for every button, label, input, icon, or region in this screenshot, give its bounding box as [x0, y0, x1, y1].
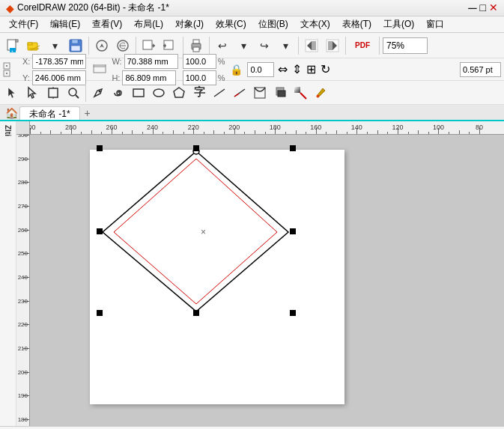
drawing-area[interactable]: × [30, 135, 504, 426]
node-tool[interactable] [23, 83, 43, 103]
angle-input[interactable]: 0.0 [247, 62, 274, 77]
maximize-btn[interactable]: □ [480, 2, 486, 14]
position-icon[interactable]: ⊞ [306, 62, 316, 76]
svg-rect-11 [71, 46, 80, 51]
percent-label: % [218, 57, 225, 66]
import-button[interactable] [139, 36, 159, 55]
page-background [90, 150, 344, 404]
canvas-area[interactable]: 30028026024022020018016014012010080 3002… [16, 121, 504, 426]
transform-icon[interactable]: ↻ [321, 62, 330, 76]
menu-window[interactable]: 窗口 [420, 16, 450, 32]
scale-display: 100.0 % 100.0 % [183, 54, 226, 85]
svg-point-43 [69, 88, 76, 96]
redo-button[interactable]: ↪ [255, 36, 274, 55]
pen-tool[interactable] [88, 83, 108, 103]
handle-mr[interactable] [290, 228, 296, 234]
close-btn[interactable]: ✕ [489, 2, 498, 14]
toolbar-separator-1 [88, 37, 89, 55]
minimize-btn[interactable]: ─ [468, 2, 476, 14]
add-tab-button[interactable]: + [80, 106, 95, 121]
open-button[interactable] [24, 36, 43, 55]
connector-tool[interactable] [230, 83, 249, 103]
handle-tr[interactable] [290, 145, 296, 151]
menu-effects[interactable]: 效果(C) [210, 16, 252, 32]
fill-tool[interactable] [291, 83, 310, 103]
menu-text[interactable]: 文本(X) [294, 16, 336, 32]
menu-tools[interactable]: 工具(O) [377, 16, 420, 32]
handle-br[interactable] [290, 310, 296, 316]
toolbar-separator-7 [379, 37, 380, 55]
pdf-button[interactable]: PDF [349, 36, 376, 55]
menu-edit[interactable]: 编辑(E) [44, 16, 86, 32]
tab-label: 未命名 -1* [29, 108, 70, 121]
left-tool-ziti[interactable]: ZIti [1, 123, 16, 138]
redo-dropdown[interactable]: ▾ [276, 36, 295, 55]
w-input[interactable]: 70.388 mm [124, 54, 178, 69]
scale-x-input[interactable]: 100.0 [183, 54, 216, 69]
select-tool[interactable] [3, 83, 22, 103]
tab-document[interactable]: 未命名 -1* [19, 106, 80, 121]
flip-v-icon[interactable]: ⇕ [292, 62, 302, 76]
h-label: H: [112, 73, 120, 82]
menu-file[interactable]: 文件(F) [3, 16, 44, 32]
svg-rect-46 [133, 89, 144, 97]
text-tool[interactable]: 字 [189, 83, 209, 103]
undo-button[interactable]: ↩ [213, 36, 232, 55]
coordinates-display: X: -178.357 mm Y: 246.006 mm [22, 54, 86, 85]
w-label: W: [112, 57, 121, 66]
handle-bl[interactable] [97, 310, 103, 316]
svg-line-55 [300, 93, 306, 99]
menu-object[interactable]: 对象(J) [169, 16, 210, 32]
svg-rect-15 [143, 40, 152, 49]
eyedropper-tool[interactable] [311, 83, 330, 103]
handle-tc[interactable] [193, 145, 199, 151]
spiral-tool[interactable] [109, 83, 128, 103]
flip-h-icon[interactable]: ⇔ [278, 62, 288, 76]
svg-marker-29 [328, 41, 333, 50]
stroke-width-input[interactable]: 0.567 pt [460, 62, 501, 77]
left-toolstrip: ZIti [0, 121, 16, 426]
zoom-input[interactable]: 75% [383, 37, 428, 54]
pan-left-button[interactable] [302, 36, 321, 55]
svg-marker-39 [28, 88, 35, 98]
open-recent-button[interactable]: ▾ [45, 36, 64, 55]
transform-tool[interactable] [43, 83, 63, 103]
rect-tool[interactable] [129, 83, 148, 103]
handle-ml[interactable] [97, 228, 103, 234]
save-button[interactable] [66, 36, 85, 55]
new-doc-button[interactable]: + [3, 36, 22, 55]
envelope-tool[interactable] [250, 83, 270, 103]
svg-rect-10 [72, 40, 78, 43]
handle-bc[interactable] [193, 310, 199, 316]
x-input[interactable]: -178.357 mm [32, 54, 86, 69]
home-icon[interactable]: 🏠 [3, 106, 19, 121]
svg-point-47 [154, 89, 164, 97]
svg-rect-2 [16, 40, 18, 42]
svg-text:+: + [11, 49, 14, 52]
lock-icon[interactable]: 🔒 [230, 64, 243, 76]
menu-table[interactable]: 表格(T) [336, 16, 377, 32]
publish-button[interactable] [92, 36, 112, 55]
export-button[interactable] [160, 36, 180, 55]
menu-bitmap[interactable]: 位图(B) [252, 16, 294, 32]
zoom-tool[interactable] [64, 83, 83, 103]
y-label: Y: [22, 73, 30, 82]
handle-tl[interactable] [97, 145, 103, 151]
svg-rect-34 [94, 67, 106, 73]
undo-dropdown[interactable]: ▾ [234, 36, 253, 55]
print-button[interactable] [186, 36, 206, 55]
svg-line-49 [214, 89, 225, 97]
line-tool[interactable] [210, 83, 229, 103]
svg-rect-32 [6, 65, 7, 67]
ruler-corner [16, 121, 30, 135]
menu-view[interactable]: 查看(V) [86, 16, 128, 32]
polygon-tool[interactable] [169, 83, 189, 103]
menu-layout[interactable]: 布局(L) [128, 16, 169, 32]
pan-right-button[interactable] [323, 36, 342, 55]
title-bar: ◆ CorelDRAW 2020 (64-Bit) - 未命名 -1* ─ □ … [0, 0, 504, 16]
ruler-horizontal: 30028026024022020018016014012010080 [30, 121, 504, 135]
shadow-tool[interactable] [270, 83, 290, 103]
send-button[interactable] [113, 36, 133, 55]
wh-icon [92, 62, 107, 77]
ellipse-tool[interactable] [149, 83, 168, 103]
